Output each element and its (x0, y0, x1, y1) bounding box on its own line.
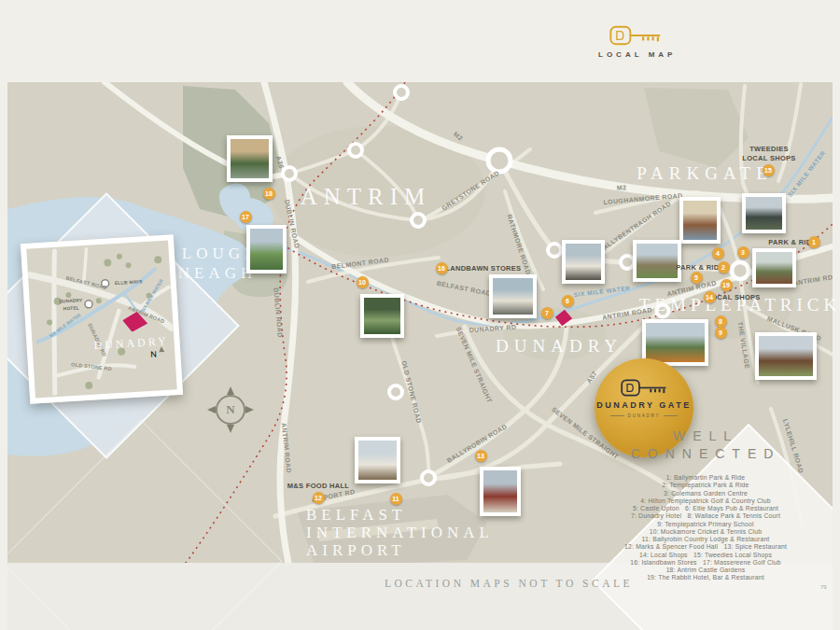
legend-item: 3: Colemans Garden Centre (597, 490, 814, 497)
brand-title: LOCAL MAP (598, 50, 673, 59)
compass-north-letter: N (226, 402, 234, 417)
development-subtitle: DUNADRY (610, 413, 679, 418)
brand-logo: LOCAL MAP (598, 24, 673, 59)
legend-title: WELLCONNECTED (597, 427, 814, 463)
compass-rose: N (211, 390, 250, 429)
legend-item: 10: Muckamore Cricket & Tennis Club (597, 528, 814, 536)
legend-item: 18: Antrim Castle Gardens (597, 567, 814, 574)
compass-north-letter: N (150, 349, 157, 358)
legend-title-line: CONNECTED (597, 445, 814, 463)
key-icon (609, 24, 662, 47)
inset-map: BELFAST ROADELLIE MAYSDUNADRYHOTELANTRIM… (21, 234, 183, 404)
legend-item: 11: Ballyrobin Country Lodge & Restauran… (597, 536, 814, 543)
legend-list: 1: Ballymartin Park & Ride2: Templepatri… (597, 474, 814, 582)
page: LOCAL MAP (0, 0, 840, 630)
compass-north-pointer (227, 386, 234, 395)
legend-item: 12: Marks & Spencer Food Hall 13: Spice … (597, 543, 814, 551)
inset-compass-rose: N (150, 348, 174, 371)
key-icon (621, 378, 667, 398)
compass-south-pointer (227, 425, 234, 433)
legend-item: 7: Dunadry Hotel 8: Wallace Park & Tenni… (597, 512, 814, 520)
legend-item: 9: Templepatrick Primary School (597, 521, 814, 528)
legend-item: 14: Local Shops 15: Tweedies Local Shops (597, 552, 814, 559)
legend-item: 5: Castle Upton 6: Ellie Mays Pub & Rest… (597, 505, 814, 512)
scale-note: LOCATION MAPS NOT TO SCALE (385, 578, 633, 589)
legend-item: 1: Ballymartin Park & Ride (597, 474, 814, 482)
compass-north-pointer (159, 346, 164, 352)
compass-east-pointer (245, 406, 254, 413)
legend-item: 16: Islandbawn Stores 17: Massereene Gol… (597, 559, 814, 567)
legend-item: 2: Templepatrick Park & Ride (597, 482, 814, 489)
compass-west-pointer (207, 406, 216, 413)
legend-panel: WELLCONNECTED 1: Ballymartin Park & Ride… (597, 427, 814, 582)
development-name: DUNADRY GATE (596, 400, 691, 410)
page-number: 79 (820, 584, 827, 590)
legend-item: 4: Hilton Templepatrick Golf & Country C… (597, 497, 814, 505)
inset-label-hotel: HOTEL (63, 304, 79, 311)
legend-title-line: WELL (597, 427, 814, 445)
